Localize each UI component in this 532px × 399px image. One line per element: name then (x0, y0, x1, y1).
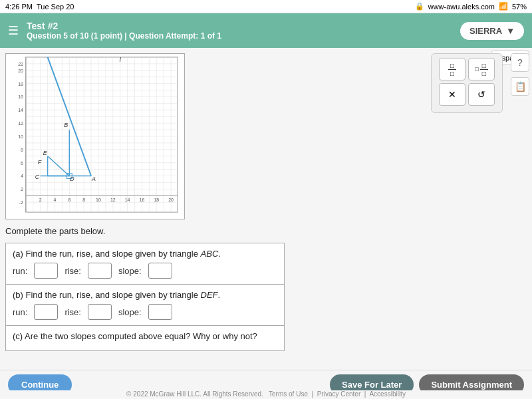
question-info: Question 5 of 10 (1 point) | Question At… (27, 31, 221, 41)
mixed-fraction-button[interactable]: □ □ □ (468, 58, 495, 80)
fraction-button[interactable]: □ □ (439, 58, 466, 80)
part-a-run-input[interactable] (34, 263, 58, 279)
svg-text:12: 12 (18, 121, 23, 126)
question-icon: ? (517, 57, 523, 68)
header-left: ☰ Test #2 Question 5 of 10 (1 point) | Q… (8, 21, 221, 41)
undo-icon: ↺ (477, 89, 485, 100)
part-b-run-input[interactable] (34, 304, 58, 320)
svg-text:16: 16 (18, 94, 23, 99)
svg-text:14: 14 (125, 198, 130, 202)
notes-button[interactable]: 📋 (511, 77, 529, 96)
svg-text:-2: -2 (19, 200, 23, 205)
svg-text:14: 14 (18, 108, 23, 112)
svg-text:8: 8 (21, 148, 23, 152)
footer: Continue Save For Later Submit Assignmen… (0, 370, 532, 399)
part-b-title: (b) Find the run, rise, and slope given … (13, 290, 277, 300)
part-b-row: (b) Find the run, rise, and slope given … (6, 285, 284, 326)
problem-table: (a) Find the run, rise, and slope given … (5, 243, 285, 351)
question-detail: Question 5 of 10 (1 point) (27, 31, 122, 41)
part-a-rise-input[interactable] (88, 263, 112, 279)
keypad-row-2: ✕ ↺ (436, 83, 498, 106)
keypad-row-1: □ □ □ □ □ (436, 58, 498, 80)
part-b-rise-label: rise: (65, 307, 81, 317)
lock-icon: 🔒 (415, 2, 424, 11)
help-button[interactable]: ? (511, 53, 529, 72)
status-left: 4:26 PM Tue Sep 20 (5, 3, 74, 11)
svg-text:20: 20 (18, 68, 23, 73)
svg-text:E: E (43, 150, 48, 156)
user-button[interactable]: SIERRA ▼ (460, 22, 524, 40)
part-a-inputs: run: rise: slope: (13, 263, 277, 279)
part-c-row: (c) Are the two slopes computed above eq… (6, 326, 284, 350)
menu-icon[interactable]: ☰ (8, 23, 19, 38)
part-b-slope-label: slope: (118, 307, 142, 317)
svg-text:2: 2 (39, 198, 42, 202)
save-for-later-button[interactable]: Save For Later (330, 374, 414, 395)
part-a-run-label: run: (13, 266, 27, 276)
svg-text:12: 12 (110, 198, 116, 202)
graph-svg: 22 20 18 16 14 12 10 8 6 4 2 -2 2 4 6 8 … (6, 54, 184, 219)
side-tools: ? 📋 (508, 48, 532, 96)
svg-text:A: A (91, 176, 96, 182)
date: Tue Sep 20 (37, 3, 74, 11)
continue-button[interactable]: Continue (8, 374, 72, 395)
test-name: Test #2 (27, 21, 221, 31)
svg-text:10: 10 (96, 198, 101, 202)
part-b-run-label: run: (13, 307, 27, 317)
svg-text:2: 2 (21, 187, 23, 192)
footer-right: Save For Later Submit Assignment (330, 374, 524, 395)
part-a-slope-label: slope: (118, 266, 142, 276)
attempt-info: Question Attempt: 1 of 1 (129, 31, 221, 41)
part-a-rise-label: rise: (65, 266, 81, 276)
graph-container: 22 20 18 16 14 12 10 8 6 4 2 -2 2 4 6 8 … (5, 53, 185, 219)
svg-text:F: F (38, 159, 42, 166)
user-name: SIERRA (469, 26, 502, 36)
svg-text:6: 6 (21, 161, 23, 166)
svg-text:20: 20 (168, 198, 174, 202)
header: ☰ Test #2 Question 5 of 10 (1 point) | Q… (0, 13, 532, 48)
svg-text:4: 4 (54, 198, 57, 202)
part-c-title: (c) Are the two slopes computed above eq… (13, 331, 277, 341)
svg-text:D: D (70, 176, 74, 182)
svg-text:22: 22 (18, 62, 23, 66)
main-content: Español (0, 48, 532, 370)
battery: 57% (512, 3, 527, 11)
part-b-inputs: run: rise: slope: (13, 304, 277, 320)
keypad: □ □ □ □ □ ✕ ↺ (431, 53, 503, 113)
status-right: 🔒 www-awu.aleks.com 📶 57% (415, 2, 527, 11)
svg-text:10: 10 (18, 134, 23, 139)
time: 4:26 PM (5, 3, 33, 11)
svg-text:18: 18 (154, 198, 159, 202)
part-a-row: (a) Find the run, rise, and slope given … (6, 243, 284, 285)
submit-assignment-button[interactable]: Submit Assignment (419, 374, 524, 395)
svg-text:18: 18 (18, 82, 23, 86)
svg-text:16: 16 (140, 198, 145, 202)
part-a-title: (a) Find the run, rise, and slope given … (13, 249, 277, 259)
part-b-slope-input[interactable] (148, 304, 172, 320)
url: www-awu.aleks.com (428, 3, 495, 11)
instruction-text: Complete the parts below. (5, 226, 505, 236)
fraction-icon: □ □ (448, 62, 456, 77)
notepad-icon: 📋 (515, 81, 526, 92)
times-button[interactable]: ✕ (439, 83, 466, 106)
svg-text:6: 6 (68, 198, 70, 202)
part-a-slope-input[interactable] (148, 263, 172, 279)
svg-text:C: C (35, 174, 40, 180)
footer-left: Continue (8, 374, 72, 395)
wifi-icon: 📶 (499, 2, 508, 11)
status-bar: 4:26 PM Tue Sep 20 🔒 www-awu.aleks.com 📶… (0, 0, 532, 13)
header-info: Test #2 Question 5 of 10 (1 point) | Que… (27, 21, 221, 41)
undo-button[interactable]: ↺ (468, 83, 495, 106)
svg-text:B: B (64, 122, 68, 128)
times-icon: ✕ (448, 89, 456, 100)
svg-text:8: 8 (82, 198, 85, 202)
chevron-down-icon: ▼ (506, 26, 515, 36)
part-b-rise-input[interactable] (88, 304, 112, 320)
svg-text:4: 4 (21, 174, 23, 178)
mixed-fraction-icon: □ □ □ (475, 62, 487, 77)
